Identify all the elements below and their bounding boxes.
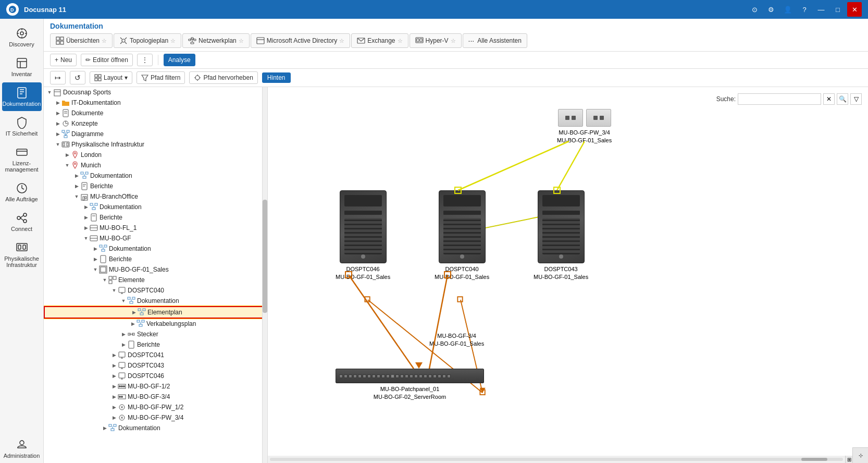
sidebar-item-administration[interactable]: Administration [2,434,42,463]
arrow-button[interactable]: ↦ [50,71,66,84]
tree-toggle[interactable]: ▶ [73,172,80,179]
tree-item-dosptc041[interactable]: ▶ DOSPTC041 [44,350,267,360]
computer-dosptc040[interactable]: DOSPTC040 MU-BO-GF-01_Sales [435,190,489,282]
tree-toggle[interactable]: ▼ [110,287,118,294]
sidebar-item-inventar[interactable]: Inventar [2,53,42,81]
minimize-btn[interactable]: — [814,2,828,17]
computer-dosptc046[interactable]: DOSPTC046 MU-BO-GF-01_Sales [336,190,390,282]
tree-toggle[interactable]: ▶ [54,99,61,106]
tab-netzwerkplan[interactable]: Netzwerkplan ☆ [182,33,250,48]
clear-search-button[interactable]: ✕ [823,93,835,105]
tree-toggle[interactable]: ▶ [129,320,137,327]
tree-item-elementplan[interactable]: ▶ Elementplan [44,306,267,319]
tree-item-bottom-dokumentation[interactable]: ▶ Dokumentation [44,423,267,433]
tree-item-konzepte[interactable]: ▶ Konzepte [44,118,267,129]
tree-item-it-dokumentation[interactable]: ▶ IT-Dokumentation [44,98,267,108]
tree-item-stecker[interactable]: ▶ Stecker [44,329,267,339]
tree-toggle[interactable]: ▼ [120,297,127,304]
tree-toggle[interactable]: ▶ [130,309,138,316]
sidebar-item-alle-auftraege[interactable]: Alle Aufträge [2,178,42,206]
tree-toggle[interactable]: ▶ [120,331,127,338]
tree-toggle[interactable]: ▶ [92,255,99,263]
tree-toggle[interactable]: ▼ [101,276,108,284]
tree-toggle[interactable]: ▶ [92,245,99,252]
tree-item-verkabelungsplan[interactable]: ▶ Verkabelungsplan [44,319,267,329]
tree-toggle[interactable]: ▶ [110,414,118,421]
tree-item-munich[interactable]: ▼ Munich [44,160,267,170]
tree-toggle[interactable]: ▶ [110,383,118,390]
tree-item-munich-berichte[interactable]: ▶ Berichte [44,181,267,191]
sidebar-item-physikalische-infrastruktur[interactable]: Physikalische Infrastruktur [2,237,42,272]
maximize-btn[interactable]: □ [830,2,845,17]
tree-item-dosptc046[interactable]: ▶ DOSPTC046 [44,371,267,381]
refresh-button[interactable]: ↺ [70,71,85,84]
tree-toggle[interactable]: ▶ [110,351,118,359]
user-icon[interactable]: 👤 [780,2,795,17]
sidebar-item-lizenz-management[interactable]: Lizenz-management [2,142,42,177]
tree-toggle[interactable]: ▶ [54,109,61,117]
tree-item-munich-dokumentation[interactable]: ▶ Dokumentation [44,170,267,181]
help-icon[interactable]: ⊙ [747,2,762,17]
tree-toggle[interactable]: ▼ [73,193,80,200]
horizontal-scrollbar[interactable]: ⊞ [268,456,852,463]
sidebar-item-discovery[interactable]: Discovery [2,23,42,52]
tree-toggle[interactable]: ▶ [54,120,61,127]
diagram-canvas[interactable]: Suche: ✕ 🔍 ▽ [268,87,868,463]
sidebar-item-it-sicherheit[interactable]: IT Sicherheit [2,112,42,141]
settings-icon[interactable]: ⚙ [764,2,778,17]
tab-hyper-v[interactable]: Hyper-V ☆ [410,33,462,48]
star-icon[interactable]: ☆ [398,38,403,44]
tree-toggle[interactable]: ▼ [92,266,99,273]
tree-item-mu-branchoffice[interactable]: ▼ MU-BranchOffice [44,191,267,202]
tree-item-dosptc040[interactable]: ▼ DOSPTC040 [44,285,267,296]
tree-item-mu-bo-gf-dokumentation[interactable]: ▶ Dokumentation [44,243,267,254]
tree-toggle[interactable]: ▶ [110,362,118,369]
star-icon[interactable]: ☆ [239,38,244,44]
tree-item-mu-bo-gf-berichte[interactable]: ▶ Berichte [44,254,267,264]
more-button[interactable]: ⋮ [137,54,153,66]
editor-offnen-button[interactable]: ✏ Editor öffnen [81,54,133,66]
tab-topologieplan[interactable]: Topologieplan ☆ [114,33,181,48]
filter-search-button[interactable]: ▽ [850,93,862,105]
tree-toggle[interactable]: ▶ [73,182,80,190]
sidebar-item-connect[interactable]: Connect [2,208,42,236]
tree-toggle[interactable]: ▼ [82,235,90,242]
tree-item-mu-bo-gf-3-4[interactable]: ▶ MU-BO-GF-3/4 [44,392,267,402]
tree-item-dosptc040-dokumentation[interactable]: ▼ Dokumentation [44,296,267,306]
layout-button[interactable]: Layout ▾ [90,71,132,84]
pfad-hervorheben-button[interactable]: Pfad hervorheben [189,71,257,84]
star-icon[interactable]: ☆ [102,38,107,44]
tree-toggle[interactable]: ▶ [101,424,108,432]
tree-item-diagramme[interactable]: ▶ Diagramme [44,129,267,139]
computer-dosptc043[interactable]: DOSPTC043 MU-BO-GF-01_Sales [534,190,588,282]
tree-item-mu-bo-gf[interactable]: ▼ MU-BO-GF [44,233,267,243]
star-icon[interactable]: ☆ [451,38,456,44]
tab-ubersichten[interactable]: Übersichten ☆ [50,33,113,48]
tree-item-docusnap-sports[interactable]: ▼ Docusnap Sports [44,87,267,98]
tree-item-dosptc043[interactable]: ▶ DOSPTC043 [44,360,267,371]
tree-toggle[interactable]: ▶ [110,393,118,400]
tab-alle-assistenten[interactable]: ··· Alle Assistenten [463,33,527,48]
star-icon[interactable]: ☆ [339,38,344,44]
tree-toggle[interactable]: ▶ [82,224,90,231]
question-icon[interactable]: ? [797,2,812,17]
tree-toggle[interactable]: ▶ [110,404,118,411]
tab-active-directory[interactable]: Microsoft Active Directory ☆ [251,33,350,48]
tree-item-mu-bo-gf-1-2[interactable]: ▶ MU-BO-GF-1/2 [44,381,267,392]
tree-item-mu-bo-gf-01-sales[interactable]: ▼ MU-BO-GF-01_Sales [44,264,267,275]
resize-handle[interactable]: ⊹ [852,447,868,463]
tree-item-mu-bo-fl-1[interactable]: ▶ MU-BO-FL_1 [44,223,267,233]
tree-item-dosptc040-berichte[interactable]: ▶ Berichte [44,339,267,350]
tree-item-london[interactable]: ▶ London [44,150,267,160]
tree-toggle[interactable]: ▶ [82,214,90,221]
tree-item-dokumente[interactable]: ▶ Dokumente [44,108,267,118]
tree-toggle[interactable]: ▼ [64,162,71,169]
neu-button[interactable]: + Neu [50,54,77,66]
tab-exchange[interactable]: Exchange ☆ [351,33,408,48]
tree-item-mu-bo-dokumentation[interactable]: ▶ Dokumentation [44,202,267,212]
tree-toggle[interactable]: ▶ [54,130,61,138]
tree-item-physikalische-infrastruktur[interactable]: ▼ Physikalische Infrastruktur [44,139,267,150]
tree-toggle[interactable]: ▶ [64,151,71,159]
analyse-button[interactable]: Analyse [164,54,195,66]
search-button[interactable]: 🔍 [837,93,848,105]
